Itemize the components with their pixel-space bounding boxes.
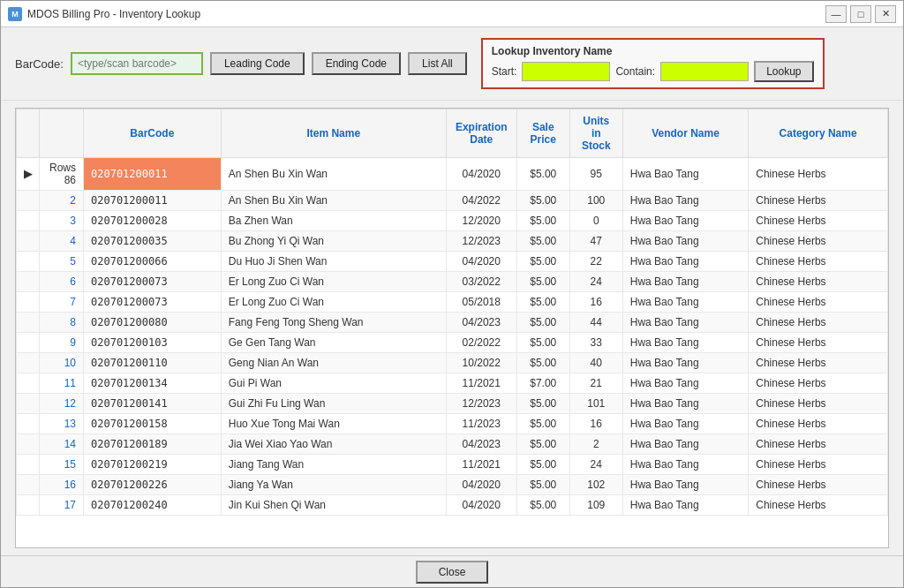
window-title: MDOS Billing Pro - Inventory Lookup bbox=[27, 8, 200, 20]
table-header: BarCode Item Name Expiration Date Sale P… bbox=[17, 109, 888, 158]
col-saleprice: Sale Price bbox=[516, 109, 569, 158]
item-name-cell: Jiang Tang Wan bbox=[221, 455, 446, 475]
leading-code-button[interactable]: Leading Code bbox=[210, 52, 305, 75]
row-marker bbox=[17, 333, 40, 353]
row-marker bbox=[17, 495, 40, 516]
item-name-cell: Ge Gen Tang Wan bbox=[221, 333, 446, 353]
lookup-panel-title: Lookup Inventory Name bbox=[492, 45, 814, 57]
start-input[interactable] bbox=[522, 62, 610, 81]
barcode-cell: 020701200189 bbox=[84, 434, 222, 455]
barcode-cell: 020701200066 bbox=[84, 252, 222, 272]
lookup-panel-row: Start: Contain: Lookup bbox=[492, 61, 814, 82]
vendor-cell: Hwa Bao Tang bbox=[622, 158, 748, 191]
row-marker bbox=[17, 353, 40, 373]
barcode-cell: 020701200011 bbox=[84, 158, 222, 191]
barcode-label: BarCode: bbox=[15, 57, 64, 71]
item-name-cell: Jia Wei Xiao Yao Wan bbox=[221, 434, 446, 455]
window-controls: — □ ✕ bbox=[825, 5, 896, 23]
table-row[interactable]: ▶Rows 86020701200011An Shen Bu Xin Wan04… bbox=[17, 158, 888, 191]
col-expdate: Expiration Date bbox=[446, 109, 516, 158]
vendor-cell: Hwa Bao Tang bbox=[622, 231, 748, 252]
vendor-cell: Hwa Bao Tang bbox=[622, 455, 748, 475]
table-body: ▶Rows 86020701200011An Shen Bu Xin Wan04… bbox=[17, 158, 888, 516]
table-row[interactable]: 13020701200158Huo Xue Tong Mai Wan11/202… bbox=[17, 414, 888, 434]
minimize-button[interactable]: — bbox=[825, 5, 847, 23]
barcode-cell: 020701200073 bbox=[84, 272, 222, 292]
sale-price-cell: $5.00 bbox=[516, 434, 569, 455]
category-cell: Chinese Herbs bbox=[749, 333, 888, 353]
item-name-cell: Du Huo Ji Shen Wan bbox=[221, 252, 446, 272]
row-number: 4 bbox=[40, 231, 84, 252]
table-row[interactable]: 6020701200073Er Long Zuo Ci Wan03/2022$5… bbox=[17, 272, 888, 292]
row-marker bbox=[17, 434, 40, 455]
table-row[interactable]: 4020701200035Bu Zhong Yi Qi Wan12/2023$5… bbox=[17, 231, 888, 252]
sale-price-cell: $5.00 bbox=[516, 252, 569, 272]
table-row[interactable]: 17020701200240Jin Kui Shen Qi Wan04/2020… bbox=[17, 495, 888, 516]
table-container[interactable]: BarCode Item Name Expiration Date Sale P… bbox=[15, 108, 889, 548]
exp-date-cell: 04/2020 bbox=[446, 495, 516, 516]
table-row[interactable]: 10020701200110Geng Nian An Wan10/2022$5.… bbox=[17, 353, 888, 373]
category-cell: Chinese Herbs bbox=[749, 414, 888, 434]
row-number: 5 bbox=[40, 252, 84, 272]
row-marker: ▶ bbox=[17, 158, 40, 191]
contain-input[interactable] bbox=[660, 62, 749, 81]
lookup-button[interactable]: Lookup bbox=[754, 61, 813, 82]
vendor-cell: Hwa Bao Tang bbox=[622, 333, 748, 353]
table-row[interactable]: 2020701200011An Shen Bu Xin Wan04/2022$5… bbox=[17, 191, 888, 211]
table-row[interactable]: 5020701200066Du Huo Ji Shen Wan04/2020$5… bbox=[17, 252, 888, 272]
units-cell: 24 bbox=[569, 272, 622, 292]
sale-price-cell: $5.00 bbox=[516, 353, 569, 373]
row-number: 17 bbox=[40, 495, 84, 516]
table-row[interactable]: 15020701200219Jiang Tang Wan11/2021$5.00… bbox=[17, 455, 888, 475]
list-all-button[interactable]: List All bbox=[408, 52, 467, 75]
barcode-cell: 020701200103 bbox=[84, 333, 222, 353]
barcode-cell: 020701200158 bbox=[84, 414, 222, 434]
barcode-cell: 020701200011 bbox=[84, 191, 222, 211]
item-name-cell: Geng Nian An Wan bbox=[221, 353, 446, 373]
barcode-cell: 020701200134 bbox=[84, 373, 222, 394]
exp-date-cell: 11/2021 bbox=[446, 455, 516, 475]
table-row[interactable]: 7020701200073Er Long Zuo Ci Wan05/2018$5… bbox=[17, 292, 888, 313]
row-number: 10 bbox=[40, 353, 84, 373]
row-number: 6 bbox=[40, 272, 84, 292]
row-marker bbox=[17, 394, 40, 414]
app-icon-letter: M bbox=[11, 10, 19, 19]
contain-label: Contain: bbox=[615, 65, 655, 78]
table-row[interactable]: 9020701200103Ge Gen Tang Wan02/2022$5.00… bbox=[17, 333, 888, 353]
row-number: 9 bbox=[40, 333, 84, 353]
category-cell: Chinese Herbs bbox=[749, 231, 888, 252]
vendor-cell: Hwa Bao Tang bbox=[622, 495, 748, 516]
category-cell: Chinese Herbs bbox=[749, 495, 888, 516]
table-row[interactable]: 14020701200189Jia Wei Xiao Yao Wan04/202… bbox=[17, 434, 888, 455]
col-category: Category Name bbox=[749, 109, 888, 158]
units-cell: 16 bbox=[569, 292, 622, 313]
vendor-cell: Hwa Bao Tang bbox=[622, 353, 748, 373]
ending-code-button[interactable]: Ending Code bbox=[312, 52, 401, 75]
units-cell: 47 bbox=[569, 231, 622, 252]
table-row[interactable]: 8020701200080Fang Feng Tong Sheng Wan04/… bbox=[17, 313, 888, 333]
units-cell: 0 bbox=[569, 211, 622, 231]
main-window: M MDOS Billing Pro - Inventory Lookup — … bbox=[0, 0, 904, 588]
inventory-table: BarCode Item Name Expiration Date Sale P… bbox=[16, 109, 888, 516]
app-icon: M bbox=[8, 7, 22, 21]
table-row[interactable]: 3020701200028Ba Zhen Wan12/2020$5.000Hwa… bbox=[17, 211, 888, 231]
units-cell: 16 bbox=[569, 414, 622, 434]
barcode-cell: 020701200073 bbox=[84, 292, 222, 313]
table-row[interactable]: 12020701200141Gui Zhi Fu Ling Wan12/2023… bbox=[17, 394, 888, 414]
category-cell: Chinese Herbs bbox=[749, 191, 888, 211]
barcode-input[interactable] bbox=[71, 52, 203, 75]
exp-date-cell: 12/2023 bbox=[446, 394, 516, 414]
exp-date-cell: 04/2020 bbox=[446, 252, 516, 272]
close-button[interactable]: Close bbox=[416, 561, 489, 584]
units-cell: 2 bbox=[569, 434, 622, 455]
maximize-button[interactable]: □ bbox=[850, 5, 871, 23]
table-row[interactable]: 11020701200134Gui Pi Wan11/2021$7.0021Hw… bbox=[17, 373, 888, 394]
vendor-cell: Hwa Bao Tang bbox=[622, 434, 748, 455]
units-cell: 44 bbox=[569, 313, 622, 333]
row-marker bbox=[17, 272, 40, 292]
close-window-button[interactable]: ✕ bbox=[875, 5, 896, 23]
table-row[interactable]: 16020701200226Jiang Ya Wan04/2020$5.0010… bbox=[17, 475, 888, 495]
category-cell: Chinese Herbs bbox=[749, 211, 888, 231]
item-name-cell: Er Long Zuo Ci Wan bbox=[221, 292, 446, 313]
sale-price-cell: $5.00 bbox=[516, 394, 569, 414]
